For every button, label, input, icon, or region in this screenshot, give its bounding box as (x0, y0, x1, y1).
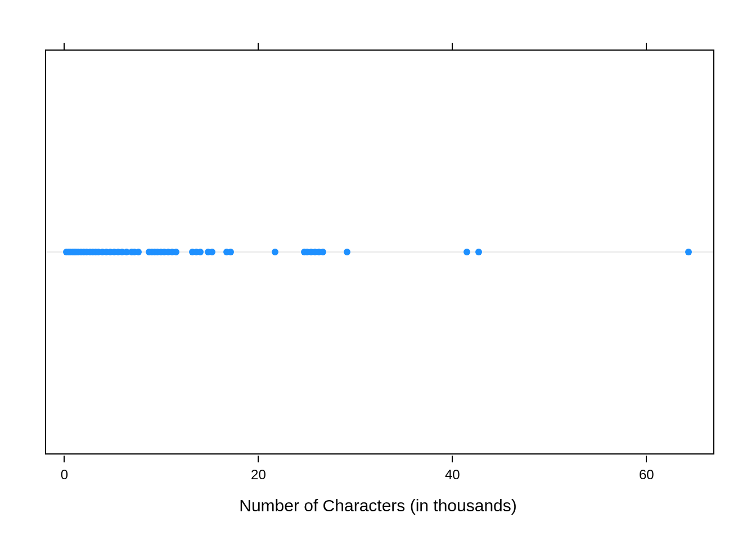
x-tick-bottom (646, 456, 647, 462)
data-point (344, 249, 350, 255)
data-point (227, 249, 234, 255)
x-tick-top (258, 43, 259, 50)
x-tick-top (64, 43, 65, 50)
data-point (173, 249, 179, 255)
strip-plot-chart: 0204060 Number of Characters (in thousan… (0, 0, 756, 540)
x-tick-label: 20 (251, 467, 266, 483)
data-point (475, 249, 482, 255)
data-point (685, 249, 692, 255)
data-point (320, 249, 326, 255)
x-tick-top (646, 43, 647, 50)
data-point (197, 249, 204, 255)
x-tick-label: 0 (61, 467, 68, 483)
x-tick-bottom (452, 456, 453, 462)
x-tick-label: 60 (639, 467, 654, 483)
x-axis-label: Number of Characters (in thousands) (239, 496, 517, 515)
data-point (272, 249, 278, 255)
x-tick-label: 40 (445, 467, 460, 483)
x-tick-bottom (64, 456, 65, 462)
plot-area (45, 50, 714, 454)
data-point (135, 249, 142, 255)
x-tick-top (452, 43, 453, 50)
x-tick-bottom (258, 456, 259, 462)
data-point (464, 249, 470, 255)
data-point (209, 249, 215, 255)
